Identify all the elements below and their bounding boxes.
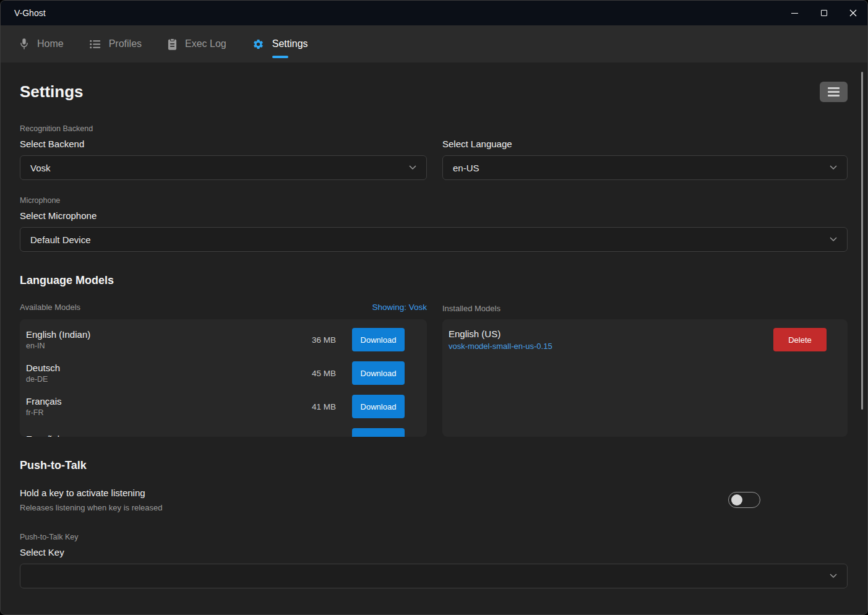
ptt-section-title: Push-to-Talk [20, 459, 848, 472]
installed-models-label: Installed Models [442, 304, 501, 313]
ptt-key-section-label: Push-to-Talk Key [20, 533, 848, 541]
maximize-icon [821, 10, 827, 16]
model-name: English (Indian) [26, 329, 312, 340]
maximize-button[interactable] [809, 1, 838, 25]
microphone-section: Microphone Select Microphone Default Dev… [20, 196, 848, 252]
active-tab-indicator [272, 56, 288, 58]
installed-models-list: English (US) vosk-model-small-en-us-0.15… [442, 319, 848, 437]
model-size: 45 MB [312, 369, 336, 378]
toggle-knob-icon [731, 494, 742, 505]
microphone-value: Default Device [30, 234, 91, 245]
nav-bar: Home Profiles Exec Log Settings [1, 25, 867, 62]
tab-label: Home [37, 38, 64, 49]
available-model-row: Français fr-FR 41 MB Download [20, 390, 427, 423]
app-window: V-Ghost Home Profiles Exec Log [0, 0, 868, 615]
chevron-down-icon [409, 165, 416, 170]
chevron-down-icon [830, 165, 837, 170]
model-name: English (US) [449, 329, 773, 339]
close-icon [849, 9, 857, 17]
microphone-icon [19, 38, 29, 50]
ptt-toggle-label: Hold a key to activate listening [20, 488, 163, 498]
installed-model-row: English (US) vosk-model-small-en-us-0.15… [442, 323, 848, 356]
model-code: de-DE [26, 375, 312, 384]
chevron-down-icon [830, 574, 837, 578]
tab-exec-log[interactable]: Exec Log [168, 25, 226, 62]
available-models-label: Available Models [20, 303, 80, 312]
download-button[interactable]: Download [352, 361, 405, 385]
language-dropdown[interactable]: en-US [442, 155, 848, 180]
chevron-down-icon [830, 237, 837, 242]
clipboard-icon [168, 38, 177, 50]
ptt-key-section: Push-to-Talk Key Select Key [20, 533, 848, 588]
tab-label: Settings [272, 38, 308, 49]
models-section-title: Language Models [20, 274, 848, 287]
model-name: Español [26, 434, 312, 437]
model-size: 39 MB [312, 436, 336, 437]
ptt-toggle[interactable] [728, 492, 760, 508]
language-value: en-US [453, 163, 479, 173]
delete-button[interactable]: Delete [773, 328, 827, 351]
backend-dropdown[interactable]: Vosk [20, 155, 427, 180]
model-name: Deutsch [26, 363, 312, 373]
available-model-row: Deutsch de-DE 45 MB Download [20, 356, 427, 390]
model-id-link: vosk-model-small-en-us-0.15 [449, 342, 773, 351]
backend-select-label: Select Backend [20, 139, 427, 149]
tab-label: Exec Log [185, 38, 226, 49]
tab-settings[interactable]: Settings [252, 25, 308, 62]
list-icon [90, 40, 101, 49]
vertical-scrollbar[interactable] [861, 72, 863, 410]
download-button[interactable]: Download [352, 328, 405, 351]
available-models-list: English (Indian) en-IN 36 MB Download De… [20, 319, 427, 437]
window-controls [780, 1, 867, 25]
model-size: 41 MB [312, 402, 336, 411]
available-model-row: Español 39 MB Download [20, 423, 427, 437]
microphone-section-label: Microphone [20, 196, 848, 205]
ptt-key-dropdown[interactable] [20, 564, 848, 588]
ptt-key-select-label: Select Key [20, 547, 848, 557]
window-title: V-Ghost [14, 8, 46, 18]
language-select-label: Select Language [442, 139, 848, 149]
microphone-select-label: Select Microphone [20, 210, 848, 221]
close-button[interactable] [838, 1, 867, 25]
microphone-dropdown[interactable]: Default Device [20, 227, 848, 252]
language-section: Select Language en-US [442, 139, 848, 180]
gear-icon [252, 38, 264, 50]
menu-button[interactable] [820, 82, 848, 102]
model-code: fr-FR [26, 408, 312, 417]
page-title: Settings [20, 82, 84, 101]
showing-backend-label: Showing: Vosk [372, 303, 427, 312]
ptt-toggle-sublabel: Releases listening when key is released [20, 503, 163, 512]
tab-home[interactable]: Home [19, 25, 64, 62]
model-code: en-IN [26, 342, 312, 350]
download-button[interactable]: Download [352, 395, 405, 418]
minimize-button[interactable] [780, 1, 809, 25]
model-name: Français [26, 396, 312, 406]
tab-label: Profiles [109, 38, 142, 49]
titlebar: V-Ghost [1, 1, 867, 25]
minimize-icon [791, 13, 798, 14]
hamburger-icon [828, 87, 840, 89]
download-button[interactable]: Download [352, 428, 405, 437]
available-model-row: English (Indian) en-IN 36 MB Download [20, 323, 427, 356]
settings-page: Settings Recognition Backend Select Back… [1, 82, 867, 588]
backend-section-label: Recognition Backend [20, 124, 427, 133]
model-size: 36 MB [312, 335, 336, 345]
tab-profiles[interactable]: Profiles [90, 25, 142, 62]
backend-section: Recognition Backend Select Backend Vosk [20, 124, 427, 180]
backend-value: Vosk [30, 163, 51, 173]
